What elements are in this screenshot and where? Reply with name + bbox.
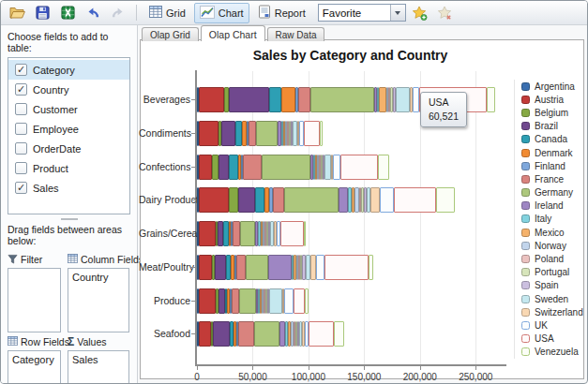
bar-segment-beverages-venezuela[interactable] <box>487 87 495 112</box>
zone-item-sales[interactable]: Sales <box>72 354 125 365</box>
bar-segment-meat-poultry-austria[interactable] <box>199 255 212 280</box>
checkbox-product[interactable] <box>15 162 27 174</box>
bar-segment-confections-canada[interactable] <box>229 155 238 180</box>
field-item-category[interactable]: ✓Category <box>8 60 129 80</box>
bar-segment-confections-germany[interactable] <box>262 155 310 180</box>
checkbox-category[interactable]: ✓ <box>15 64 27 76</box>
bar-segment-produce-austria[interactable] <box>199 288 216 314</box>
filter-zone-box[interactable] <box>8 268 61 332</box>
bar-segment-confections-belgium[interactable] <box>212 155 219 180</box>
bar-segment-grains-cereals-france[interactable] <box>233 221 240 246</box>
chart-button[interactable]: Chart <box>194 3 249 23</box>
bar-segment-dairy-products-switzerland[interactable] <box>370 187 380 213</box>
grid-button[interactable]: Grid <box>143 3 191 22</box>
bar-segment-dairy-products-uk[interactable] <box>380 187 394 213</box>
bar-segment-meat-poultry-france[interactable] <box>236 255 246 280</box>
bar-segment-produce-venezuela[interactable] <box>305 288 309 314</box>
export-excel-button[interactable] <box>56 3 79 23</box>
bar-segment-grains-cereals-germany[interactable] <box>240 221 256 246</box>
bar-segment-condiments-austria[interactable] <box>199 121 219 146</box>
field-item-orderdate[interactable]: OrderDate <box>8 139 129 158</box>
bar-segment-grains-cereals-venezuela[interactable] <box>304 221 306 246</box>
bar-segment-meat-poultry-uk[interactable] <box>316 255 324 280</box>
favorite-input[interactable] <box>319 5 390 21</box>
bar-segment-grains-cereals-brazil[interactable] <box>218 221 222 246</box>
bar-segment-dairy-products-venezuela[interactable] <box>436 187 455 213</box>
field-item-country[interactable]: ✓Country <box>8 80 129 99</box>
redo-button[interactable] <box>107 3 129 23</box>
field-list[interactable]: ✓Category✓CountryCustomerEmployeeOrderDa… <box>8 57 130 214</box>
field-item-sales[interactable]: ✓Sales <box>8 178 129 198</box>
zone-item-country[interactable]: Country <box>72 272 125 283</box>
remove-favorite-button[interactable] <box>434 3 457 23</box>
bar-segment-grains-cereals-austria[interactable] <box>199 221 216 246</box>
bar-segment-produce-france[interactable] <box>232 288 238 314</box>
bar-segment-condiments-denmark[interactable] <box>242 121 247 146</box>
bar-segment-condiments-venezuela[interactable] <box>320 121 323 146</box>
bar-segment-dairy-products-austria[interactable] <box>199 187 229 213</box>
bar-segment-seafood-ireland[interactable] <box>279 321 286 347</box>
bar-segment-condiments-usa[interactable] <box>304 121 320 146</box>
bar-segment-meat-poultry-brazil[interactable] <box>215 255 226 280</box>
checkbox-employee[interactable] <box>15 123 27 135</box>
bar-segment-produce-usa[interactable] <box>294 288 305 314</box>
bar-segment-meat-poultry-venezuela[interactable] <box>369 255 373 280</box>
favorite-combobox[interactable] <box>318 4 406 22</box>
bar-segment-confections-sweden[interactable] <box>324 155 331 180</box>
bar-segment-confections-brazil[interactable] <box>219 155 230 180</box>
bar-segment-condiments-brazil[interactable] <box>221 121 235 146</box>
bar-segment-seafood-brazil[interactable] <box>213 321 230 347</box>
checkbox-customer[interactable] <box>15 103 27 115</box>
bar-segment-meat-poultry-usa[interactable] <box>324 255 369 280</box>
bar-segment-confections-venezuela[interactable] <box>378 155 389 180</box>
bar-segment-seafood-france[interactable] <box>238 321 254 347</box>
bar-segment-dairy-products-canada[interactable] <box>255 187 264 213</box>
bar-segment-beverages-canada[interactable] <box>269 87 281 112</box>
bar-segment-produce-brazil[interactable] <box>219 288 225 314</box>
bar-segment-seafood-usa[interactable] <box>309 321 334 347</box>
bar-segment-produce-germany[interactable] <box>239 288 256 314</box>
tab-olap-grid[interactable]: Olap Grid <box>142 27 199 41</box>
tab-olap-chart[interactable]: Olap Chart <box>201 25 265 41</box>
bar-segment-confections-france[interactable] <box>243 155 262 180</box>
field-item-employee[interactable]: Employee <box>8 119 129 139</box>
favorite-dropdown-button[interactable] <box>390 5 405 21</box>
bar-segment-beverages-france[interactable] <box>298 87 310 112</box>
bar-segment-condiments-france[interactable] <box>249 121 256 146</box>
tab-raw-data[interactable]: Raw Data <box>267 27 325 41</box>
bar-segment-confections-uk[interactable] <box>333 155 340 180</box>
bar-segment-dairy-products-ireland[interactable] <box>339 187 348 213</box>
bar-segment-meat-poultry-germany[interactable] <box>246 255 267 280</box>
checkbox-orderdate[interactable] <box>15 142 27 155</box>
bar-segment-seafood-venezuela[interactable] <box>334 321 345 347</box>
bar-segment-dairy-products-france[interactable] <box>273 187 284 213</box>
bar-segment-dairy-products-germany[interactable] <box>284 187 339 213</box>
bar-segment-confections-usa[interactable] <box>340 155 378 180</box>
checkbox-country[interactable]: ✓ <box>15 83 27 96</box>
bar-segment-beverages-brazil[interactable] <box>229 87 269 112</box>
bar-segment-beverages-denmark[interactable] <box>281 87 295 112</box>
bar-segment-grains-cereals-usa[interactable] <box>280 221 304 246</box>
row-fields-zone-box[interactable]: Category <box>8 350 61 384</box>
field-item-customer[interactable]: Customer <box>8 99 129 119</box>
add-favorite-button[interactable] <box>409 3 431 23</box>
bar-segment-beverages-uk[interactable] <box>413 87 419 112</box>
undo-button[interactable] <box>82 3 104 23</box>
bar-segment-beverages-belgium[interactable] <box>224 87 229 112</box>
bar-segment-seafood-germany[interactable] <box>254 321 279 347</box>
bar-segment-confections-austria[interactable] <box>199 155 212 180</box>
bar-segment-dairy-products-brazil[interactable] <box>238 187 255 213</box>
bar-segment-meat-poultry-ireland[interactable] <box>268 255 292 280</box>
checkbox-sales[interactable]: ✓ <box>15 182 27 194</box>
bar-segment-beverages-mexico[interactable] <box>379 87 386 112</box>
report-button[interactable]: Report <box>252 2 311 23</box>
bar-segment-beverages-austria[interactable] <box>199 87 224 112</box>
bar-segment-condiments-germany[interactable] <box>256 121 278 146</box>
column-fields-zone-box[interactable]: Country <box>68 268 129 332</box>
save-button[interactable] <box>31 3 53 23</box>
bar-segment-produce-sweden[interactable] <box>269 288 281 314</box>
field-item-product[interactable]: Product <box>8 158 129 178</box>
panel-splitter[interactable] <box>61 218 78 222</box>
zone-item-category[interactable]: Category <box>12 354 56 365</box>
bar-segment-dairy-products-usa[interactable] <box>394 187 436 213</box>
